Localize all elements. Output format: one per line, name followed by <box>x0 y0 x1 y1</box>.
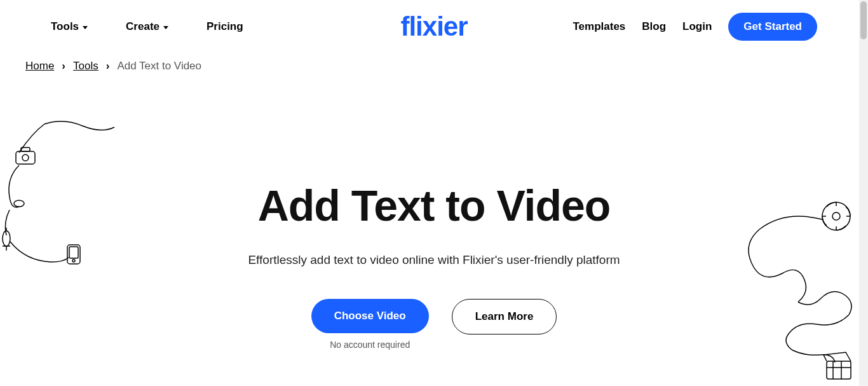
decorative-doodle-right <box>722 197 868 382</box>
nav-templates[interactable]: Templates <box>573 20 625 33</box>
scrollbar[interactable] <box>859 0 868 386</box>
chevron-right-icon: › <box>62 60 65 72</box>
logo-text: flixier <box>400 11 467 41</box>
svg-point-9 <box>832 212 840 220</box>
breadcrumb-tools[interactable]: Tools <box>73 60 98 72</box>
nav-left: Tools Create Pricing <box>51 20 243 33</box>
header: Tools Create Pricing flixier Templates B… <box>0 0 868 53</box>
primary-button-group: Choose Video No account required <box>311 299 429 350</box>
svg-rect-7 <box>69 247 78 258</box>
chevron-right-icon: › <box>106 60 110 72</box>
nav-login[interactable]: Login <box>682 20 712 33</box>
breadcrumb: Home › Tools › Add Text to Video <box>0 53 868 72</box>
breadcrumb-current: Add Text to Video <box>117 60 201 72</box>
logo[interactable]: flixier <box>400 11 467 42</box>
nav-pricing-label: Pricing <box>207 20 243 33</box>
svg-rect-0 <box>16 151 35 164</box>
decorative-doodle-left <box>0 114 127 280</box>
breadcrumb-home[interactable]: Home <box>25 60 54 72</box>
nav-tools-label: Tools <box>51 20 79 33</box>
chevron-down-icon <box>163 26 168 29</box>
nav-right: Templates Blog Login Get Started <box>573 13 817 41</box>
svg-point-3 <box>14 200 24 207</box>
choose-video-button[interactable]: Choose Video <box>311 299 429 333</box>
nav-create-label: Create <box>126 20 159 33</box>
learn-more-button[interactable]: Learn More <box>452 299 557 334</box>
get-started-button[interactable]: Get Started <box>728 13 817 41</box>
nav-pricing[interactable]: Pricing <box>207 20 243 33</box>
nav-create[interactable]: Create <box>126 20 168 33</box>
scrollbar-thumb[interactable] <box>860 1 867 39</box>
svg-rect-10 <box>827 361 851 379</box>
nav-blog[interactable]: Blog <box>642 20 666 33</box>
svg-point-6 <box>72 259 75 262</box>
svg-point-1 <box>22 155 29 161</box>
no-account-note: No account required <box>330 340 410 350</box>
nav-tools[interactable]: Tools <box>51 20 88 33</box>
chevron-down-icon <box>83 26 88 29</box>
